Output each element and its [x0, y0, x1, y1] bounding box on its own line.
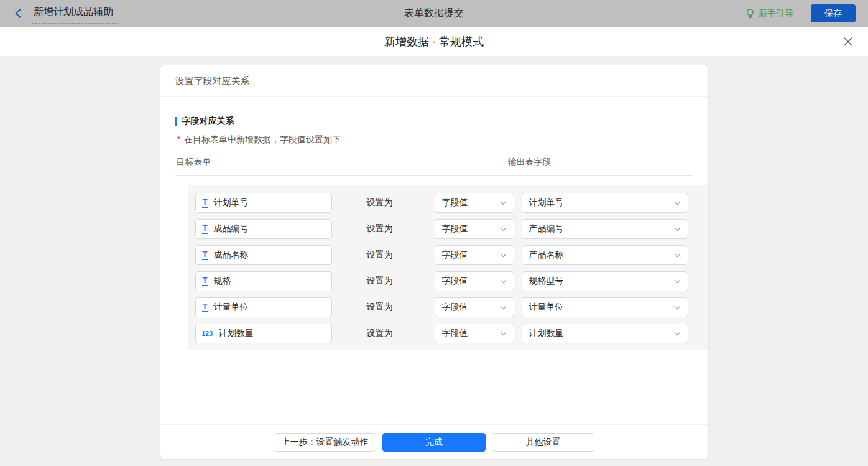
- column-headers: 目标表单 输出表字段: [175, 157, 693, 176]
- target-field-label: 规格: [213, 276, 231, 287]
- required-asterisk: *: [177, 134, 180, 144]
- card-footer: 上一步：设置触发动作 完成 其他设置: [160, 424, 708, 459]
- target-field-input[interactable]: T 成品编号: [195, 219, 332, 239]
- close-button[interactable]: [842, 27, 854, 56]
- prev-step-button[interactable]: 上一步：设置触发动作: [274, 433, 376, 452]
- target-field-label: 成品编号: [213, 223, 248, 235]
- mapping-row: T 计划单号 设置为 字段值 计划单号: [195, 193, 708, 213]
- flow-title[interactable]: 新增计划成品辅助: [32, 3, 117, 24]
- source-field-value: 计划数量: [529, 328, 564, 339]
- value-type-value: 字段值: [442, 223, 468, 235]
- text-field-icon: T: [202, 224, 208, 234]
- value-type-select[interactable]: 字段值: [435, 271, 514, 291]
- set-as-label: 设置为: [367, 197, 399, 208]
- chevron-down-icon: [674, 201, 681, 205]
- mapping-row: T 计量单位 设置为 字段值 计量单位: [195, 297, 708, 317]
- mapping-table: T 计划单号 设置为 字段值 计划单号 T: [188, 185, 708, 350]
- set-as-label: 设置为: [367, 276, 399, 287]
- set-as-label: 设置为: [367, 249, 399, 261]
- chevron-down-icon: [500, 279, 507, 284]
- guide-link[interactable]: 新手引导: [746, 8, 793, 19]
- value-type-value: 字段值: [442, 276, 468, 287]
- value-type-select[interactable]: 字段值: [435, 219, 514, 239]
- target-field-input[interactable]: T 计划单号: [195, 193, 332, 213]
- section-marker: [175, 117, 177, 126]
- source-field-select[interactable]: 产品名称: [522, 245, 688, 265]
- chevron-down-icon: [674, 253, 681, 258]
- chevron-down-icon: [500, 332, 507, 336]
- other-settings-button[interactable]: 其他设置: [492, 433, 594, 452]
- guide-label: 新手引导: [759, 8, 793, 19]
- target-field-label: 成品名称: [213, 249, 248, 261]
- section-title: 字段对应关系: [182, 116, 234, 127]
- done-button[interactable]: 完成: [382, 433, 486, 452]
- mapping-row: T 成品名称 设置为 字段值 产品名称: [195, 245, 708, 265]
- chevron-down-icon: [674, 332, 681, 336]
- value-type-select[interactable]: 字段值: [435, 193, 514, 213]
- column-header-output: 输出表字段: [508, 157, 552, 168]
- target-field-input[interactable]: T 计量单位: [195, 297, 332, 317]
- source-field-value: 规格型号: [529, 276, 564, 287]
- chevron-down-icon: [500, 201, 507, 205]
- source-field-value: 产品编号: [529, 223, 564, 235]
- text-field-icon: T: [202, 276, 208, 286]
- card-header: 设置字段对应关系: [160, 65, 708, 97]
- target-field-input[interactable]: T 成品名称: [195, 245, 332, 265]
- value-type-select[interactable]: 字段值: [435, 324, 514, 343]
- source-field-select[interactable]: 计划单号: [522, 193, 688, 213]
- mapping-row: T 成品编号 设置为 字段值 产品编号: [195, 219, 708, 239]
- chevron-down-icon: [674, 279, 681, 284]
- hint-text: 在目标表单中新增数据，字段值设置如下: [184, 134, 341, 144]
- modal-header: 新增数据 - 常规模式: [0, 27, 868, 57]
- hint-row: *在目标表单中新增数据，字段值设置如下: [175, 134, 693, 146]
- number-field-icon: 123: [202, 330, 213, 337]
- modal-body: 设置字段对应关系 字段对应关系 *在目标表单中新增数据，字段值设置如下 目标表单…: [0, 65, 868, 466]
- set-as-label: 设置为: [367, 328, 399, 339]
- lightbulb-icon: [746, 8, 755, 19]
- settings-card: 设置字段对应关系 字段对应关系 *在目标表单中新增数据，字段值设置如下 目标表单…: [160, 65, 708, 459]
- source-field-select[interactable]: 计量单位: [522, 297, 688, 317]
- card-body: 字段对应关系 *在目标表单中新增数据，字段值设置如下 目标表单 输出表字段 T …: [160, 97, 708, 424]
- target-field-label: 计划数量: [219, 328, 254, 339]
- value-type-select[interactable]: 字段值: [435, 297, 514, 317]
- value-type-select[interactable]: 字段值: [435, 245, 514, 265]
- chevron-down-icon: [500, 305, 507, 310]
- save-button[interactable]: 保存: [811, 4, 856, 22]
- set-as-label: 设置为: [367, 302, 399, 313]
- value-type-value: 字段值: [442, 249, 468, 261]
- source-field-value: 产品名称: [529, 249, 564, 261]
- value-type-value: 字段值: [442, 197, 468, 208]
- target-field-label: 计量单位: [213, 302, 248, 313]
- chevron-down-icon: [674, 305, 681, 310]
- source-field-value: 计量单位: [529, 302, 564, 313]
- mapping-row: 123 计划数量 设置为 字段值 计划数量: [195, 324, 708, 343]
- text-field-icon: T: [202, 302, 208, 312]
- text-field-icon: T: [202, 198, 208, 208]
- value-type-value: 字段值: [442, 328, 468, 339]
- value-type-value: 字段值: [442, 302, 468, 313]
- chevron-down-icon: [500, 227, 507, 231]
- target-field-input[interactable]: T 规格: [195, 271, 332, 291]
- topbar: 新增计划成品辅助 表单数据提交 新手引导 保存: [0, 0, 868, 27]
- back-icon[interactable]: [12, 8, 24, 19]
- card-header-title: 设置字段对应关系: [175, 75, 250, 87]
- modal-title: 新增数据 - 常规模式: [384, 34, 484, 49]
- column-header-target: 目标表单: [177, 157, 211, 167]
- text-field-icon: T: [202, 250, 208, 260]
- set-as-label: 设置为: [367, 223, 399, 235]
- chevron-down-icon: [674, 227, 681, 231]
- page-title: 表单数据提交: [0, 7, 868, 20]
- chevron-down-icon: [500, 253, 507, 258]
- mapping-row: T 规格 设置为 字段值 规格型号: [195, 271, 708, 291]
- source-field-value: 计划单号: [529, 197, 564, 208]
- source-field-select[interactable]: 规格型号: [522, 271, 688, 291]
- source-field-select[interactable]: 计划数量: [522, 324, 688, 343]
- close-icon: [843, 37, 853, 47]
- source-field-select[interactable]: 产品编号: [522, 219, 688, 239]
- target-field-input[interactable]: 123 计划数量: [195, 324, 332, 343]
- target-field-label: 计划单号: [213, 197, 248, 208]
